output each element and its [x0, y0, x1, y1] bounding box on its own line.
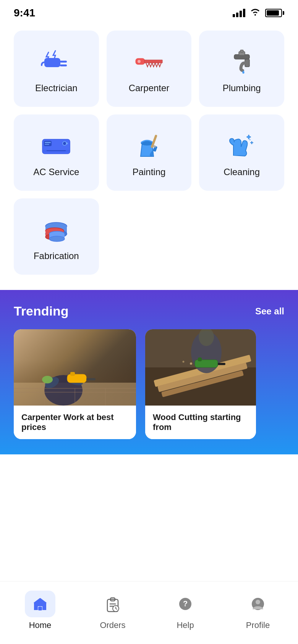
svg-rect-36 [67, 374, 86, 383]
svg-rect-37 [86, 378, 96, 380]
service-card-painting[interactable]: Painting [107, 114, 192, 191]
nav-item-home[interactable]: Home [4, 591, 76, 630]
trending-cards: Carpenter Work at best prices [14, 329, 284, 439]
trending-card-woodcut-label: Wood Cutting starting from [145, 406, 256, 439]
page-content: Electrician Carpenter [0, 23, 298, 515]
profile-icon [249, 596, 266, 612]
svg-point-49 [190, 362, 192, 365]
status-icons [233, 8, 284, 18]
svg-point-52 [183, 361, 185, 363]
nav-item-profile[interactable]: Profile [222, 591, 294, 630]
see-all-button[interactable]: See all [255, 306, 284, 317]
home-icon-wrap [25, 591, 55, 617]
bottom-nav: Home Orders ? Help [0, 581, 298, 644]
svg-point-35 [42, 376, 53, 383]
battery-icon [265, 9, 284, 17]
svg-rect-10 [44, 141, 52, 146]
svg-rect-57 [198, 357, 202, 361]
service-card-ac[interactable]: AC Service [14, 114, 99, 191]
service-label-fabrication: Fabrication [34, 251, 79, 261]
plumbing-icon [225, 46, 259, 77]
service-card-carpenter[interactable]: Carpenter [107, 31, 192, 107]
svg-point-4 [138, 60, 141, 63]
svg-rect-1 [60, 61, 67, 63]
svg-point-69 [256, 600, 260, 604]
trending-header: Trending See all [14, 304, 284, 319]
svg-rect-7 [240, 50, 243, 52]
svg-point-30 [49, 236, 65, 242]
nav-label-profile: Profile [246, 620, 270, 630]
nav-label-home: Home [29, 620, 52, 630]
svg-point-17 [66, 143, 68, 145]
svg-rect-38 [70, 372, 75, 376]
trending-card-carpenter-label: Carpenter Work at best prices [14, 406, 136, 439]
service-card-cleaning[interactable]: Cleaning [199, 114, 284, 191]
service-card-plumbing[interactable]: Plumbing [199, 31, 284, 107]
service-label-plumbing: Plumbing [223, 83, 261, 93]
service-card-fabrication[interactable]: Fabrication [14, 198, 99, 275]
svg-rect-56 [218, 363, 225, 365]
service-label-carpenter: Carpenter [129, 83, 170, 93]
orders-icon-wrap [97, 591, 128, 617]
carpenter-work-image [14, 329, 136, 406]
painting-icon [132, 130, 166, 161]
trending-title: Trending [14, 304, 69, 319]
orders-icon [104, 596, 121, 612]
svg-rect-58 [38, 607, 42, 610]
signal-icon [233, 9, 245, 17]
service-label-painting: Painting [133, 167, 166, 177]
trending-section: Trending See all [0, 290, 298, 454]
service-label-ac: AC Service [33, 167, 79, 177]
carpenter-icon [132, 46, 166, 77]
svg-text:?: ? [183, 599, 188, 608]
trending-card-carpenter[interactable]: Carpenter Work at best prices [14, 329, 136, 439]
service-label-cleaning: Cleaning [223, 167, 260, 177]
svg-rect-2 [60, 64, 67, 66]
help-icon-wrap: ? [170, 591, 201, 617]
electrician-icon [39, 46, 73, 77]
home-icon [32, 596, 49, 612]
ac-icon [39, 130, 73, 161]
svg-rect-11 [45, 142, 51, 143]
nav-item-help[interactable]: ? Help [149, 591, 222, 630]
nav-label-orders: Orders [100, 620, 125, 630]
status-bar: 9:41 [0, 0, 298, 23]
trending-card-woodcut[interactable]: Wood Cutting starting from [145, 329, 256, 439]
profile-icon-wrap [243, 591, 273, 617]
service-card-electrician[interactable]: Electrician [14, 31, 99, 107]
wifi-icon [250, 8, 261, 18]
status-time: 9:41 [14, 7, 35, 19]
nav-label-help: Help [177, 620, 194, 630]
fabrication-icon [39, 214, 73, 245]
svg-rect-15 [42, 151, 70, 153]
nav-item-orders[interactable]: Orders [76, 591, 149, 630]
help-icon: ? [177, 596, 194, 612]
svg-rect-12 [45, 144, 49, 145]
cleaning-icon [225, 130, 259, 161]
service-label-electrician: Electrician [35, 83, 78, 93]
service-grid: Electrician Carpenter [0, 23, 298, 282]
woodcut-image [145, 329, 256, 406]
